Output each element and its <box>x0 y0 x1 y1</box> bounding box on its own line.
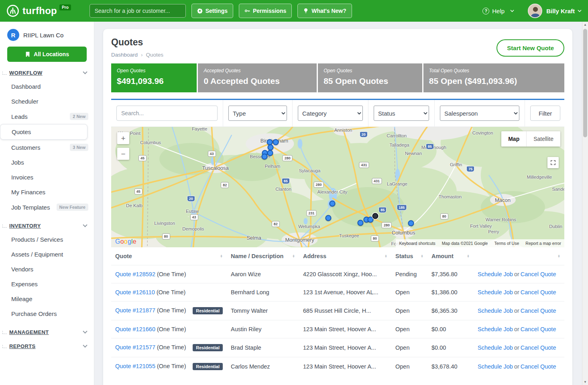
chevron-down-icon[interactable] <box>578 10 582 12</box>
global-search-input[interactable] <box>90 4 186 18</box>
map-city-label: Pelham <box>264 164 280 169</box>
map-marker[interactable] <box>325 215 331 221</box>
map-zoom-in-button[interactable]: + <box>117 132 129 144</box>
sidebar-section-workflow[interactable]: WORKFLOW <box>2 70 90 76</box>
cancel-quote-link[interactable]: Cancel Quote <box>521 363 556 370</box>
terms-of-use-link[interactable]: Terms of Use <box>494 241 519 246</box>
cancel-quote-link[interactable]: Cancel Quote <box>521 271 556 277</box>
whats-new-button[interactable]: What's New? <box>297 4 352 18</box>
address: 123 Main Street, Hoover A... <box>299 338 391 357</box>
quote-type: (One Time) <box>157 307 186 314</box>
all-locations-button[interactable]: All Locations <box>7 47 87 62</box>
map-type-map-button[interactable]: Map <box>501 131 527 147</box>
breadcrumb-dashboard[interactable]: Dashboard <box>111 52 138 58</box>
sort-icon[interactable]: ▲▼ <box>421 255 423 258</box>
schedule-job-link[interactable]: Schedule Job <box>478 271 513 277</box>
keyboard-shortcuts-link[interactable]: Keyboard shortcuts <box>399 241 435 246</box>
map-zoom-out-button[interactable]: − <box>117 148 129 160</box>
schedule-job-link[interactable]: Schedule Job <box>478 363 513 370</box>
sidebar-item-purchase-orders[interactable]: Purchase Orders <box>0 306 94 321</box>
chevron-down-icon <box>510 10 514 12</box>
quote-link[interactable]: Quote #121055 <box>115 363 155 369</box>
report-map-error-link[interactable]: Report a map error <box>525 241 561 246</box>
schedule-job-link[interactable]: Schedule Job <box>478 326 513 332</box>
map-marker[interactable] <box>261 153 267 159</box>
sort-icon[interactable]: ▲▼ <box>557 255 560 258</box>
sidebar-item-expenses[interactable]: Expenses <box>0 277 94 291</box>
map-marker[interactable] <box>267 150 273 156</box>
sidebar-item-vendors[interactable]: Vendors <box>0 262 94 277</box>
schedule-job-link[interactable]: Schedule Job <box>478 289 513 295</box>
category-select[interactable]: Category <box>298 106 363 121</box>
google-logo[interactable]: Google <box>115 238 136 245</box>
help-menu[interactable]: ? Help <box>482 8 514 14</box>
sidebar-item-customers[interactable]: Customers3 New <box>0 140 94 155</box>
pro-badge: Pro <box>59 4 71 10</box>
map-marker[interactable] <box>273 139 279 145</box>
map-city-label: Sylacauga <box>299 168 321 173</box>
settings-button[interactable]: Settings <box>191 4 233 18</box>
sidebar-item-invoices[interactable]: Invoices <box>0 170 94 185</box>
map-fullscreen-button[interactable] <box>547 157 559 168</box>
scroll-up-arrow[interactable]: ▲ <box>582 22 588 28</box>
sidebar-item-jobs[interactable]: Jobs <box>0 155 94 170</box>
chevron-down-icon <box>83 329 87 333</box>
sidebar-section-reports[interactable]: REPORTS <box>2 343 90 349</box>
sort-icon[interactable]: ▲▼ <box>385 255 387 258</box>
map-marker[interactable] <box>357 220 363 226</box>
scrollbar-thumb[interactable] <box>583 29 587 137</box>
type-select[interactable]: Type <box>228 106 287 121</box>
map-marker[interactable] <box>408 220 414 226</box>
sidebar-item-assets-equipment[interactable]: Assets / Equipment <box>0 247 94 262</box>
column-header-name[interactable]: Name / Description <box>231 253 283 259</box>
sidebar-section-inventory[interactable]: INVENTORY <box>2 223 90 229</box>
user-name[interactable]: Billy Kraft <box>546 8 575 14</box>
sidebar-item-quotes[interactable]: Quotes <box>0 124 87 140</box>
sidebar-item-dashboard[interactable]: Dashboard <box>0 79 94 94</box>
sidebar-item-job-templates[interactable]: Job TemplatesNew Feature <box>0 200 94 215</box>
fullscreen-icon <box>550 160 556 165</box>
amount: $6,365.30 <box>427 301 474 320</box>
status-select[interactable]: Status <box>374 106 429 121</box>
sidebar-item-my-finances[interactable]: My Finances <box>0 185 94 200</box>
quote-link[interactable]: Quote #126110 <box>115 289 155 295</box>
sort-icon[interactable]: ▲▼ <box>467 255 470 258</box>
sidebar-item-products-services[interactable]: Products / Services <box>0 232 94 247</box>
schedule-job-link[interactable]: Schedule Job <box>478 344 513 351</box>
sidebar-item-scheduler[interactable]: Scheduler <box>0 94 94 109</box>
map-type-satellite-button[interactable]: Satellite <box>527 131 560 147</box>
window-scrollbar[interactable]: ▲ ▼ <box>582 22 588 385</box>
sort-icon[interactable]: ▲▼ <box>292 255 295 258</box>
quote-link[interactable]: Quote #128592 <box>115 271 155 277</box>
quote-link[interactable]: Quote #121577 <box>115 344 155 350</box>
quotes-map[interactable]: West PointColumbusFayetteBirminghamAnnis… <box>111 127 564 247</box>
cancel-quote-link[interactable]: Cancel Quote <box>521 308 556 314</box>
start-new-quote-button[interactable]: Start New Quote <box>496 39 564 57</box>
cancel-quote-link[interactable]: Cancel Quote <box>521 326 556 332</box>
quotes-search-input[interactable] <box>116 106 218 121</box>
cancel-quote-link[interactable]: Cancel Quote <box>521 344 556 351</box>
sidebar-item-mileage[interactable]: Mileage <box>0 291 94 306</box>
user-avatar[interactable] <box>528 4 542 18</box>
quote-link[interactable]: Quote #121877 <box>115 307 155 314</box>
column-header-quote[interactable]: Quote <box>115 253 132 259</box>
company-selector[interactable]: R RIIPL Lawn Co <box>0 28 94 47</box>
sidebar-section-management[interactable]: MANAGEMENT <box>2 329 90 335</box>
scroll-down-arrow[interactable]: ▼ <box>582 379 588 385</box>
column-header-amount[interactable]: Amount <box>431 253 454 259</box>
map-marker[interactable] <box>329 200 335 206</box>
salesperson-select[interactable]: Salesperson <box>440 106 519 121</box>
column-header-status[interactable]: Status <box>395 253 413 259</box>
map-marker[interactable] <box>372 213 378 219</box>
quote-link[interactable]: Quote #121660 <box>115 326 155 332</box>
sidebar-item-leads[interactable]: Leads2 New <box>0 109 94 124</box>
brand-logo[interactable]: turfhop Pro <box>6 4 72 17</box>
schedule-job-link[interactable]: Schedule Job <box>478 308 513 314</box>
filter-button[interactable]: Filter <box>530 106 560 121</box>
cancel-quote-link[interactable]: Cancel Quote <box>521 289 556 295</box>
permissions-button[interactable]: Permissions <box>239 4 292 18</box>
status: Open <box>391 301 427 320</box>
interstate-shield-icon: 185 <box>397 205 407 211</box>
column-header-address[interactable]: Address <box>303 253 326 259</box>
sort-icon[interactable]: ▲▼ <box>220 255 223 258</box>
